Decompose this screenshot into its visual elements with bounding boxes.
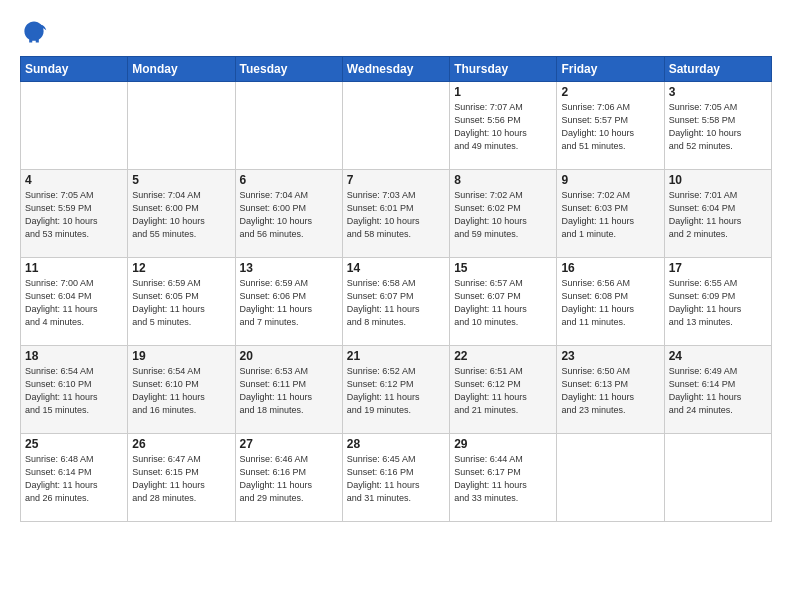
day-info: Sunrise: 6:55 AM Sunset: 6:09 PM Dayligh… <box>669 277 767 329</box>
day-info: Sunrise: 6:59 AM Sunset: 6:05 PM Dayligh… <box>132 277 230 329</box>
day-info: Sunrise: 7:05 AM Sunset: 5:58 PM Dayligh… <box>669 101 767 153</box>
calendar-cell: 6Sunrise: 7:04 AM Sunset: 6:00 PM Daylig… <box>235 170 342 258</box>
day-number: 13 <box>240 261 338 275</box>
calendar-cell: 5Sunrise: 7:04 AM Sunset: 6:00 PM Daylig… <box>128 170 235 258</box>
calendar-cell <box>235 82 342 170</box>
calendar-cell: 2Sunrise: 7:06 AM Sunset: 5:57 PM Daylig… <box>557 82 664 170</box>
calendar-cell <box>342 82 449 170</box>
day-number: 4 <box>25 173 123 187</box>
day-info: Sunrise: 6:45 AM Sunset: 6:16 PM Dayligh… <box>347 453 445 505</box>
calendar-cell: 20Sunrise: 6:53 AM Sunset: 6:11 PM Dayli… <box>235 346 342 434</box>
day-number: 8 <box>454 173 552 187</box>
day-info: Sunrise: 7:01 AM Sunset: 6:04 PM Dayligh… <box>669 189 767 241</box>
day-info: Sunrise: 6:51 AM Sunset: 6:12 PM Dayligh… <box>454 365 552 417</box>
calendar-cell <box>21 82 128 170</box>
calendar-cell: 27Sunrise: 6:46 AM Sunset: 6:16 PM Dayli… <box>235 434 342 522</box>
day-info: Sunrise: 7:02 AM Sunset: 6:03 PM Dayligh… <box>561 189 659 241</box>
week-row-1: 1Sunrise: 7:07 AM Sunset: 5:56 PM Daylig… <box>21 82 772 170</box>
day-number: 22 <box>454 349 552 363</box>
week-row-2: 4Sunrise: 7:05 AM Sunset: 5:59 PM Daylig… <box>21 170 772 258</box>
calendar-cell: 23Sunrise: 6:50 AM Sunset: 6:13 PM Dayli… <box>557 346 664 434</box>
day-info: Sunrise: 6:46 AM Sunset: 6:16 PM Dayligh… <box>240 453 338 505</box>
day-number: 26 <box>132 437 230 451</box>
calendar-cell: 17Sunrise: 6:55 AM Sunset: 6:09 PM Dayli… <box>664 258 771 346</box>
calendar-cell <box>557 434 664 522</box>
day-header-sunday: Sunday <box>21 57 128 82</box>
day-number: 15 <box>454 261 552 275</box>
day-header-wednesday: Wednesday <box>342 57 449 82</box>
day-number: 19 <box>132 349 230 363</box>
week-row-4: 18Sunrise: 6:54 AM Sunset: 6:10 PM Dayli… <box>21 346 772 434</box>
day-header-thursday: Thursday <box>450 57 557 82</box>
day-info: Sunrise: 7:04 AM Sunset: 6:00 PM Dayligh… <box>240 189 338 241</box>
calendar-cell: 1Sunrise: 7:07 AM Sunset: 5:56 PM Daylig… <box>450 82 557 170</box>
day-number: 7 <box>347 173 445 187</box>
day-number: 9 <box>561 173 659 187</box>
day-number: 2 <box>561 85 659 99</box>
day-info: Sunrise: 7:03 AM Sunset: 6:01 PM Dayligh… <box>347 189 445 241</box>
day-number: 5 <box>132 173 230 187</box>
day-info: Sunrise: 6:50 AM Sunset: 6:13 PM Dayligh… <box>561 365 659 417</box>
calendar-cell: 8Sunrise: 7:02 AM Sunset: 6:02 PM Daylig… <box>450 170 557 258</box>
day-header-monday: Monday <box>128 57 235 82</box>
calendar-cell: 28Sunrise: 6:45 AM Sunset: 6:16 PM Dayli… <box>342 434 449 522</box>
day-info: Sunrise: 6:58 AM Sunset: 6:07 PM Dayligh… <box>347 277 445 329</box>
day-number: 27 <box>240 437 338 451</box>
day-info: Sunrise: 6:59 AM Sunset: 6:06 PM Dayligh… <box>240 277 338 329</box>
header-row-days: SundayMondayTuesdayWednesdayThursdayFrid… <box>21 57 772 82</box>
day-number: 1 <box>454 85 552 99</box>
calendar-cell: 15Sunrise: 6:57 AM Sunset: 6:07 PM Dayli… <box>450 258 557 346</box>
day-info: Sunrise: 6:48 AM Sunset: 6:14 PM Dayligh… <box>25 453 123 505</box>
calendar-cell: 10Sunrise: 7:01 AM Sunset: 6:04 PM Dayli… <box>664 170 771 258</box>
calendar-cell: 16Sunrise: 6:56 AM Sunset: 6:08 PM Dayli… <box>557 258 664 346</box>
calendar-cell: 22Sunrise: 6:51 AM Sunset: 6:12 PM Dayli… <box>450 346 557 434</box>
calendar-cell: 24Sunrise: 6:49 AM Sunset: 6:14 PM Dayli… <box>664 346 771 434</box>
day-header-friday: Friday <box>557 57 664 82</box>
day-info: Sunrise: 6:49 AM Sunset: 6:14 PM Dayligh… <box>669 365 767 417</box>
day-info: Sunrise: 7:02 AM Sunset: 6:02 PM Dayligh… <box>454 189 552 241</box>
day-number: 14 <box>347 261 445 275</box>
calendar-cell: 9Sunrise: 7:02 AM Sunset: 6:03 PM Daylig… <box>557 170 664 258</box>
week-row-5: 25Sunrise: 6:48 AM Sunset: 6:14 PM Dayli… <box>21 434 772 522</box>
calendar-cell: 18Sunrise: 6:54 AM Sunset: 6:10 PM Dayli… <box>21 346 128 434</box>
calendar-cell: 12Sunrise: 6:59 AM Sunset: 6:05 PM Dayli… <box>128 258 235 346</box>
calendar-cell <box>664 434 771 522</box>
day-info: Sunrise: 7:04 AM Sunset: 6:00 PM Dayligh… <box>132 189 230 241</box>
day-header-tuesday: Tuesday <box>235 57 342 82</box>
day-number: 12 <box>132 261 230 275</box>
header-row <box>20 18 772 46</box>
day-number: 16 <box>561 261 659 275</box>
calendar-cell: 14Sunrise: 6:58 AM Sunset: 6:07 PM Dayli… <box>342 258 449 346</box>
calendar-cell: 3Sunrise: 7:05 AM Sunset: 5:58 PM Daylig… <box>664 82 771 170</box>
day-info: Sunrise: 6:53 AM Sunset: 6:11 PM Dayligh… <box>240 365 338 417</box>
day-info: Sunrise: 6:54 AM Sunset: 6:10 PM Dayligh… <box>132 365 230 417</box>
calendar-page: SundayMondayTuesdayWednesdayThursdayFrid… <box>0 0 792 532</box>
calendar-cell: 25Sunrise: 6:48 AM Sunset: 6:14 PM Dayli… <box>21 434 128 522</box>
day-info: Sunrise: 6:44 AM Sunset: 6:17 PM Dayligh… <box>454 453 552 505</box>
day-number: 18 <box>25 349 123 363</box>
week-row-3: 11Sunrise: 7:00 AM Sunset: 6:04 PM Dayli… <box>21 258 772 346</box>
day-info: Sunrise: 6:56 AM Sunset: 6:08 PM Dayligh… <box>561 277 659 329</box>
day-number: 24 <box>669 349 767 363</box>
day-info: Sunrise: 6:57 AM Sunset: 6:07 PM Dayligh… <box>454 277 552 329</box>
calendar-cell: 21Sunrise: 6:52 AM Sunset: 6:12 PM Dayli… <box>342 346 449 434</box>
day-number: 21 <box>347 349 445 363</box>
day-number: 25 <box>25 437 123 451</box>
day-number: 11 <box>25 261 123 275</box>
calendar-cell: 11Sunrise: 7:00 AM Sunset: 6:04 PM Dayli… <box>21 258 128 346</box>
calendar-cell: 4Sunrise: 7:05 AM Sunset: 5:59 PM Daylig… <box>21 170 128 258</box>
calendar-cell: 7Sunrise: 7:03 AM Sunset: 6:01 PM Daylig… <box>342 170 449 258</box>
day-info: Sunrise: 6:47 AM Sunset: 6:15 PM Dayligh… <box>132 453 230 505</box>
day-info: Sunrise: 7:05 AM Sunset: 5:59 PM Dayligh… <box>25 189 123 241</box>
day-number: 29 <box>454 437 552 451</box>
day-number: 6 <box>240 173 338 187</box>
day-header-saturday: Saturday <box>664 57 771 82</box>
day-info: Sunrise: 7:06 AM Sunset: 5:57 PM Dayligh… <box>561 101 659 153</box>
day-number: 17 <box>669 261 767 275</box>
day-number: 3 <box>669 85 767 99</box>
calendar-cell <box>128 82 235 170</box>
calendar-cell: 29Sunrise: 6:44 AM Sunset: 6:17 PM Dayli… <box>450 434 557 522</box>
day-number: 28 <box>347 437 445 451</box>
day-info: Sunrise: 6:52 AM Sunset: 6:12 PM Dayligh… <box>347 365 445 417</box>
calendar-table: SundayMondayTuesdayWednesdayThursdayFrid… <box>20 56 772 522</box>
